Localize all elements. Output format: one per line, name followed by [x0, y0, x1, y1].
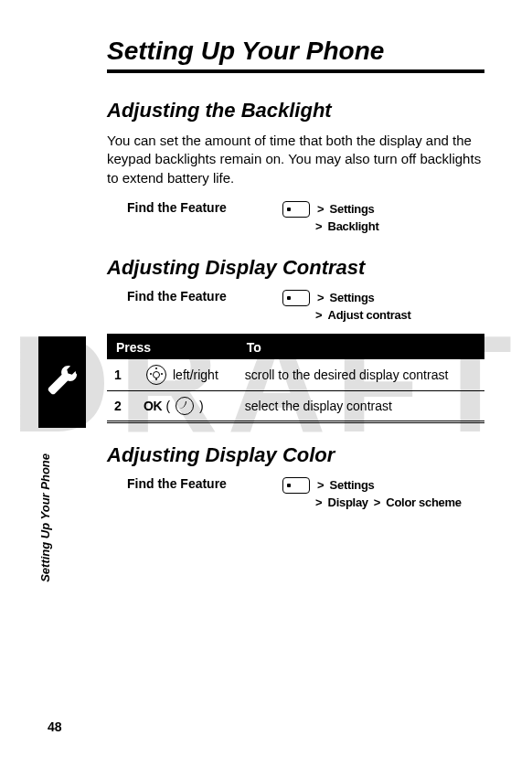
path-settings: Settings	[330, 289, 375, 307]
section-color-title: Adjusting Display Color	[107, 443, 484, 467]
col-to: To	[238, 335, 484, 358]
chapter-title: Setting Up Your Phone	[107, 37, 484, 73]
chevron-right-icon: >	[317, 289, 325, 307]
dpad-icon	[146, 365, 166, 385]
path-settings: Settings	[330, 200, 375, 218]
feature-backlight: Find the Feature > Settings > Backlight	[127, 200, 484, 236]
path-display: Display	[328, 494, 368, 512]
step-number: 1	[107, 358, 136, 390]
side-tab: Setting Up Your Phone	[38, 336, 86, 582]
feature-path: > Settings > Display > Color scheme	[282, 476, 462, 512]
chevron-right-icon: >	[317, 200, 325, 218]
feature-label: Find the Feature	[127, 200, 282, 215]
press-text: left/right	[173, 368, 218, 382]
chevron-right-icon: >	[374, 494, 381, 512]
side-label: Setting Up Your Phone	[38, 453, 86, 582]
feature-path: > Settings > Adjust contrast	[282, 289, 410, 325]
col-press: Press	[107, 335, 238, 358]
wrench-tab	[38, 336, 86, 428]
table-row: 2 OK ( ) select the display contrast	[107, 390, 484, 421]
path-settings: Settings	[330, 476, 375, 495]
feature-label: Find the Feature	[127, 289, 282, 304]
menu-key-icon	[282, 477, 310, 494]
to-cell: select the display contrast	[238, 390, 484, 421]
press-cell: OK ( )	[136, 390, 238, 421]
chevron-right-icon: >	[315, 218, 323, 236]
feature-label: Find the Feature	[127, 476, 282, 491]
menu-key-icon	[282, 201, 310, 218]
press-cell: left/right	[136, 358, 238, 390]
page-number: 48	[48, 719, 62, 734]
page: DRAFT Setting Up Your Phone Setting Up Y…	[0, 0, 532, 767]
path-backlight: Backlight	[328, 218, 379, 236]
path-adjust-contrast: Adjust contrast	[328, 306, 411, 325]
softkey-icon	[176, 397, 194, 415]
chevron-right-icon: >	[315, 306, 323, 325]
feature-path: > Settings > Backlight	[282, 200, 378, 236]
feature-color: Find the Feature > Settings > Display > …	[127, 476, 484, 512]
menu-key-icon	[282, 290, 310, 306]
steps-table: Press To 1 left/right scroll to the desi…	[107, 334, 484, 423]
table-header-row: Press To	[107, 335, 484, 358]
step-number: 2	[107, 390, 136, 421]
to-cell: scroll to the desired display contrast	[238, 358, 484, 390]
table-row: 1 left/right scroll to the desired displ…	[107, 358, 484, 390]
paren-open: (	[165, 399, 170, 413]
ok-label: OK	[144, 399, 162, 413]
chevron-right-icon: >	[315, 494, 323, 512]
section-contrast-title: Adjusting Display Contrast	[107, 256, 484, 280]
feature-contrast: Find the Feature > Settings > Adjust con…	[127, 289, 484, 325]
chevron-right-icon: >	[317, 476, 325, 495]
path-color-scheme: Color scheme	[386, 494, 461, 512]
section-backlight-body: You can set the amount of time that both…	[107, 132, 484, 187]
section-backlight-title: Adjusting the Backlight	[107, 99, 484, 123]
content: Setting Up Your Phone Adjusting the Back…	[107, 37, 484, 512]
paren-close: )	[199, 399, 204, 413]
wrench-icon	[46, 364, 79, 400]
